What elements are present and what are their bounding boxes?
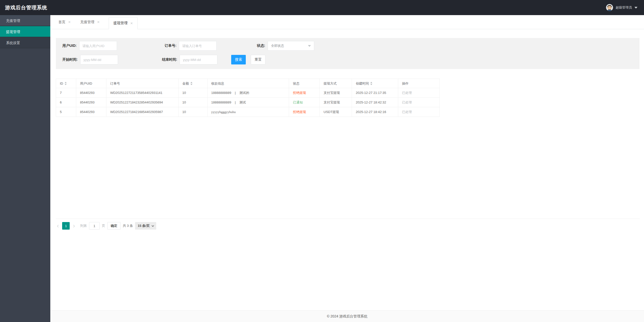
goto-page-input[interactable]	[89, 222, 100, 230]
column-header-label: 订单号	[110, 79, 120, 88]
cell-method: 支付宝提现	[320, 98, 352, 107]
cell-uid: 85440293	[76, 88, 106, 98]
action-processed-label: 已处理	[398, 88, 440, 98]
cell-id: 6	[56, 98, 76, 107]
search-button[interactable]: 搜索	[231, 55, 246, 64]
pagination: ‹ 1 › 到第 页 确定 共 3 条 15 条/页	[56, 222, 639, 230]
cell-created_at: 2025-12-27 21:17:35	[352, 88, 398, 98]
chevron-down-icon	[308, 45, 311, 47]
column-header-amount: 金额	[179, 79, 208, 88]
sort-asc-icon	[65, 82, 67, 83]
sort-desc-icon	[65, 84, 67, 85]
app-header: 游戏后台管理系统 超级管理员	[0, 0, 644, 15]
user-menu[interactable]: 超级管理员	[606, 4, 637, 11]
cell-payee: 18888888889 | 测试	[208, 98, 289, 107]
cell-method: 支付宝提现	[320, 88, 352, 98]
cell-order_no: WD20251227184216854402935987	[106, 107, 179, 117]
cell-order_no: WD20251227184232854402935694	[106, 98, 179, 107]
column-header-label: 金额	[182, 79, 189, 88]
tab-提现管理[interactable]: 提现管理×	[109, 17, 138, 29]
sort-icon[interactable]	[190, 82, 192, 85]
goto-prefix-label: 到第	[80, 224, 87, 228]
tab-bar: 首页×充值管理×提现管理×	[50, 15, 644, 29]
cell-id: 5	[56, 107, 76, 117]
uid-input[interactable]	[79, 41, 117, 51]
end-time-label: 结束时间:	[162, 57, 177, 62]
cell-uid: 85440293	[76, 98, 106, 107]
cell-status: 已通知	[289, 98, 320, 107]
column-header-action: 操作	[398, 79, 440, 88]
table-row: 685440293WD20251227184232854402935694101…	[56, 98, 440, 107]
column-header-label: 提现方式	[324, 79, 337, 88]
cell-payee: yyyyyhgggyyhuhu	[208, 107, 289, 117]
table-row: 785440293WD20251227211735854402931141101…	[56, 88, 440, 98]
column-header-method: 提现方式	[320, 79, 352, 88]
action-processed-label: 已处理	[398, 107, 440, 117]
start-time-input[interactable]	[80, 55, 118, 64]
table-empty-space	[56, 117, 639, 219]
user-name: 超级管理员	[616, 5, 632, 10]
column-header-label: 操作	[402, 79, 409, 88]
column-header-label: 状态	[293, 79, 299, 88]
table-header-row: ID用户UID订单号金额收款信息状态提现方式创建时间操作	[56, 79, 440, 88]
filter-panel: 用户UID: 订单号: 状态: 全部状态 开始时间: 结束时间: 搜索 重置	[56, 38, 639, 69]
column-header-order_no: 订单号	[106, 79, 179, 88]
tab-label: 首页	[58, 20, 65, 24]
column-header-created_at: 创建时间	[352, 79, 398, 88]
tab-首页[interactable]: 首页×	[55, 15, 74, 29]
tab-label: 提现管理	[113, 21, 128, 25]
page-current[interactable]: 1	[62, 222, 70, 230]
sidebar-item-系统设置[interactable]: 系统设置	[0, 37, 50, 48]
tab-close-icon[interactable]: ×	[130, 21, 133, 25]
column-header-label: 创建时间	[356, 79, 369, 88]
tab-close-icon[interactable]: ×	[68, 20, 71, 24]
sort-asc-icon	[370, 82, 372, 83]
table-bottom-divider	[56, 219, 640, 219]
chevron-down-icon	[634, 7, 637, 9]
end-time-input[interactable]	[180, 55, 217, 64]
sidebar-item-充值管理[interactable]: 充值管理	[0, 15, 50, 26]
page-next-button[interactable]: ›	[72, 223, 76, 229]
goto-confirm-button[interactable]: 确定	[107, 222, 120, 230]
tab-label: 充值管理	[80, 20, 94, 24]
app-footer: © 2024 游戏后台管理系统	[50, 310, 644, 322]
withdrawals-table: ID用户UID订单号金额收款信息状态提现方式创建时间操作785440293WD2…	[56, 79, 440, 117]
uid-label: 用户UID:	[62, 44, 77, 48]
column-header-payee: 收款信息	[208, 79, 289, 88]
cell-status: 拒绝提现	[289, 88, 320, 98]
sort-asc-icon	[190, 82, 192, 83]
column-header-uid: 用户UID	[76, 79, 106, 88]
cell-amount: 10	[179, 107, 208, 117]
cell-id: 7	[56, 88, 76, 98]
sidebar-item-提现管理[interactable]: 提现管理	[0, 26, 50, 37]
cell-amount: 10	[179, 88, 208, 98]
main-area: 首页×充值管理×提现管理× 用户UID: 订单号: 状态: 全部状态 开始时间:…	[50, 15, 644, 322]
total-count-label: 共 3 条	[123, 224, 133, 228]
cell-order_no: WD20251227211735854402931141	[106, 88, 179, 98]
cell-uid: 85440293	[76, 107, 106, 117]
reset-button[interactable]: 重置	[251, 55, 265, 64]
page-size-select[interactable]: 15 条/页	[135, 222, 156, 230]
cell-amount: 10	[179, 98, 208, 107]
start-time-label: 开始时间:	[62, 57, 78, 62]
tab-充值管理[interactable]: 充值管理×	[77, 15, 103, 29]
tab-close-icon[interactable]: ×	[97, 20, 100, 24]
column-header-status: 状态	[289, 79, 320, 88]
cell-method: USDT提现	[320, 107, 352, 117]
cell-payee: 18888888889 | 测试的	[208, 88, 289, 98]
page-prev-button[interactable]: ‹	[56, 223, 60, 229]
action-processed-label: 已处理	[398, 98, 440, 107]
sort-icon[interactable]	[65, 82, 67, 85]
column-header-label: 用户UID	[80, 79, 92, 88]
order-no-input[interactable]	[179, 41, 217, 51]
avatar	[606, 4, 613, 11]
sort-desc-icon	[190, 84, 192, 85]
column-header-id: ID	[56, 79, 76, 88]
page-size-value: 15 条/页	[138, 224, 150, 228]
sort-desc-icon	[370, 84, 372, 85]
cell-created_at: 2025-12-27 18:42:16	[352, 107, 398, 117]
content: 用户UID: 订单号: 状态: 全部状态 开始时间: 结束时间: 搜索 重置 I…	[50, 29, 644, 310]
status-select[interactable]: 全部状态	[268, 41, 314, 51]
sort-icon[interactable]	[370, 82, 372, 85]
app-title: 游戏后台管理系统	[5, 4, 47, 11]
